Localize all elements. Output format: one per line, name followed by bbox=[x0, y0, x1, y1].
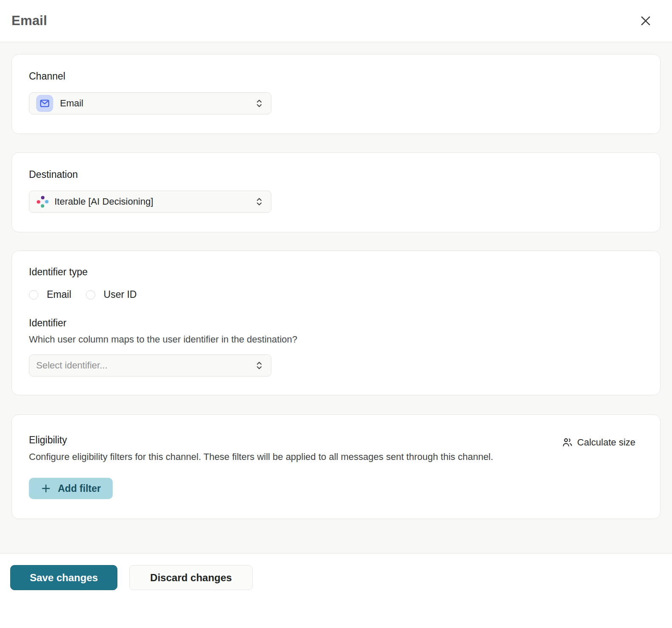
identifier-type-radio-group: Email User ID bbox=[29, 289, 643, 300]
drawer-body: Channel Email Destination bbox=[0, 42, 672, 553]
radio-email-label: Email bbox=[47, 289, 71, 300]
chevron-up-down-icon bbox=[256, 197, 263, 207]
radio-option-email[interactable]: Email bbox=[29, 289, 71, 300]
destination-card: Destination Iterable [AI Decisioning] bbox=[11, 152, 661, 232]
email-icon bbox=[36, 95, 53, 112]
channel-card: Channel Email bbox=[11, 54, 661, 134]
destination-label: Destination bbox=[29, 169, 643, 180]
chevron-up-down-icon bbox=[256, 360, 263, 371]
identifier-select-placeholder: Select identifier... bbox=[36, 360, 108, 371]
destination-select-value: Iterable [AI Decisioning] bbox=[54, 196, 153, 207]
add-filter-label: Add filter bbox=[58, 483, 101, 494]
eligibility-title: Eligibility bbox=[29, 434, 643, 446]
radio-email-circle[interactable] bbox=[29, 290, 38, 300]
discard-changes-button[interactable]: Discard changes bbox=[129, 565, 253, 590]
eligibility-card: Eligibility Configure eligibility filter… bbox=[11, 414, 661, 519]
chevron-up-down-icon bbox=[256, 98, 263, 108]
users-icon bbox=[562, 437, 573, 448]
plus-icon bbox=[41, 483, 51, 494]
radio-user-id-circle[interactable] bbox=[86, 290, 95, 300]
channel-select[interactable]: Email bbox=[29, 92, 271, 114]
save-changes-button[interactable]: Save changes bbox=[10, 565, 117, 590]
channel-label: Channel bbox=[29, 71, 643, 82]
identifier-help-text: Which user column maps to the user ident… bbox=[29, 334, 643, 345]
destination-select[interactable]: Iterable [AI Decisioning] bbox=[29, 191, 271, 213]
calculate-size-label: Calculate size bbox=[577, 437, 635, 448]
radio-user-id-label: User ID bbox=[104, 289, 137, 300]
add-filter-button[interactable]: Add filter bbox=[29, 478, 113, 499]
iterable-logo-icon bbox=[36, 195, 49, 208]
identifier-card: Identifier type Email User ID Identifier… bbox=[11, 251, 661, 395]
drawer-header: Email bbox=[0, 0, 672, 42]
channel-select-value: Email bbox=[60, 98, 83, 109]
identifier-type-label: Identifier type bbox=[29, 266, 643, 278]
eligibility-description: Configure eligibility filters for this c… bbox=[29, 449, 518, 464]
drawer-footer: Save changes Discard changes bbox=[0, 553, 672, 602]
radio-option-user-id[interactable]: User ID bbox=[86, 289, 137, 300]
identifier-label: Identifier bbox=[29, 317, 643, 329]
calculate-size-button[interactable]: Calculate size bbox=[562, 437, 635, 448]
page-title: Email bbox=[11, 13, 47, 29]
close-button[interactable] bbox=[636, 11, 655, 30]
identifier-select[interactable]: Select identifier... bbox=[29, 354, 271, 377]
close-icon bbox=[640, 15, 652, 27]
